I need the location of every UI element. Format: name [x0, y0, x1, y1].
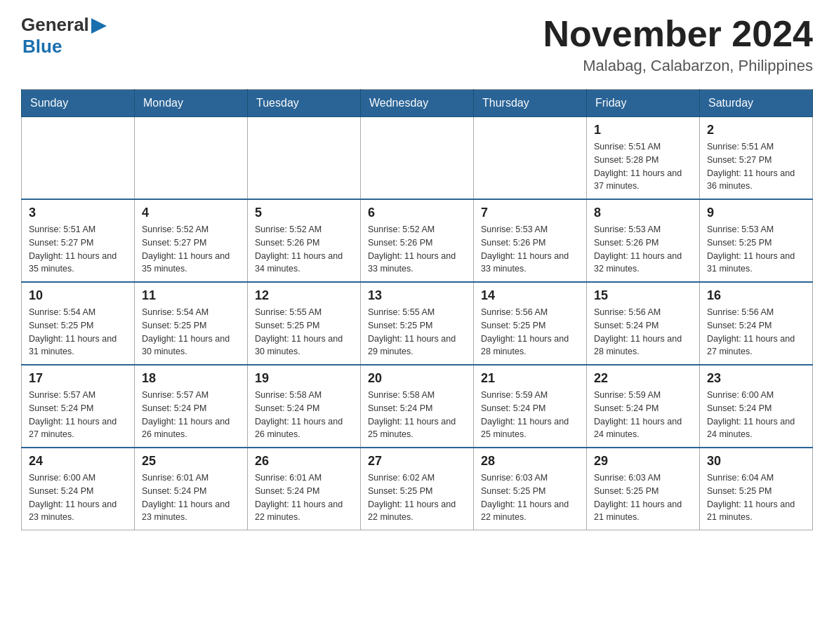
- calendar-header-wednesday: Wednesday: [361, 90, 474, 117]
- calendar-cell: 2Sunrise: 5:51 AMSunset: 5:27 PMDaylight…: [700, 117, 813, 200]
- day-number: 14: [481, 288, 579, 303]
- calendar-header-sunday: Sunday: [22, 90, 135, 117]
- day-number: 26: [255, 454, 353, 469]
- calendar-cell: 15Sunrise: 5:56 AMSunset: 5:24 PMDayligh…: [587, 282, 700, 365]
- location-title: Malabag, Calabarzon, Philippines: [543, 57, 813, 75]
- calendar-cell: 5Sunrise: 5:52 AMSunset: 5:26 PMDaylight…: [248, 199, 361, 282]
- day-info: Sunrise: 5:52 AMSunset: 5:27 PMDaylight:…: [142, 223, 240, 276]
- calendar-cell: 9Sunrise: 5:53 AMSunset: 5:25 PMDaylight…: [700, 199, 813, 282]
- calendar-cell: 21Sunrise: 5:59 AMSunset: 5:24 PMDayligh…: [474, 365, 587, 448]
- day-info: Sunrise: 6:01 AMSunset: 5:24 PMDaylight:…: [142, 471, 240, 524]
- day-number: 4: [142, 206, 240, 220]
- day-info: Sunrise: 5:56 AMSunset: 5:25 PMDaylight:…: [481, 306, 579, 358]
- day-info: Sunrise: 5:58 AMSunset: 5:24 PMDaylight:…: [255, 389, 353, 441]
- day-info: Sunrise: 6:02 AMSunset: 5:25 PMDaylight:…: [368, 471, 466, 524]
- day-number: 9: [707, 206, 805, 220]
- calendar-cell: [248, 117, 361, 200]
- day-info: Sunrise: 6:00 AMSunset: 5:24 PMDaylight:…: [29, 471, 127, 524]
- logo: General Blue: [21, 14, 107, 58]
- calendar-cell: 10Sunrise: 5:54 AMSunset: 5:25 PMDayligh…: [22, 282, 135, 365]
- calendar-cell: [135, 117, 248, 200]
- day-number: 6: [368, 206, 466, 220]
- page-header: General Blue November 2024 Malabag, Cala…: [21, 14, 813, 75]
- day-number: 12: [255, 288, 353, 303]
- day-info: Sunrise: 5:51 AMSunset: 5:27 PMDaylight:…: [29, 223, 127, 276]
- calendar-cell: 29Sunrise: 6:03 AMSunset: 5:25 PMDayligh…: [587, 448, 700, 530]
- calendar-cell: [361, 117, 474, 200]
- day-info: Sunrise: 6:01 AMSunset: 5:24 PMDaylight:…: [255, 471, 353, 524]
- calendar-cell: 25Sunrise: 6:01 AMSunset: 5:24 PMDayligh…: [135, 448, 248, 530]
- day-info: Sunrise: 5:52 AMSunset: 5:26 PMDaylight:…: [368, 223, 466, 276]
- calendar-cell: 17Sunrise: 5:57 AMSunset: 5:24 PMDayligh…: [22, 365, 135, 448]
- calendar-cell: 30Sunrise: 6:04 AMSunset: 5:25 PMDayligh…: [700, 448, 813, 530]
- calendar-week-row: 17Sunrise: 5:57 AMSunset: 5:24 PMDayligh…: [22, 365, 813, 448]
- day-number: 3: [29, 206, 127, 220]
- day-number: 2: [707, 123, 805, 137]
- calendar-cell: 1Sunrise: 5:51 AMSunset: 5:28 PMDaylight…: [587, 117, 700, 200]
- day-number: 25: [142, 454, 240, 469]
- day-info: Sunrise: 5:57 AMSunset: 5:24 PMDaylight:…: [29, 389, 127, 441]
- day-number: 1: [594, 123, 692, 137]
- calendar-cell: 18Sunrise: 5:57 AMSunset: 5:24 PMDayligh…: [135, 365, 248, 448]
- month-title: November 2024: [543, 14, 813, 54]
- calendar-cell: 14Sunrise: 5:56 AMSunset: 5:25 PMDayligh…: [474, 282, 587, 365]
- day-info: Sunrise: 6:00 AMSunset: 5:24 PMDaylight:…: [707, 389, 805, 441]
- calendar-header-thursday: Thursday: [474, 90, 587, 117]
- calendar-cell: 26Sunrise: 6:01 AMSunset: 5:24 PMDayligh…: [248, 448, 361, 530]
- day-info: Sunrise: 5:56 AMSunset: 5:24 PMDaylight:…: [594, 306, 692, 358]
- calendar-week-row: 24Sunrise: 6:00 AMSunset: 5:24 PMDayligh…: [22, 448, 813, 530]
- calendar-header-row: SundayMondayTuesdayWednesdayThursdayFrid…: [22, 90, 813, 117]
- day-info: Sunrise: 5:54 AMSunset: 5:25 PMDaylight:…: [29, 306, 127, 358]
- day-number: 19: [255, 371, 353, 386]
- day-info: Sunrise: 5:52 AMSunset: 5:26 PMDaylight:…: [255, 223, 353, 276]
- day-number: 10: [29, 288, 127, 303]
- calendar-cell: 19Sunrise: 5:58 AMSunset: 5:24 PMDayligh…: [248, 365, 361, 448]
- calendar-header-monday: Monday: [135, 90, 248, 117]
- calendar-cell: 3Sunrise: 5:51 AMSunset: 5:27 PMDaylight…: [22, 199, 135, 282]
- calendar-cell: [474, 117, 587, 200]
- calendar-cell: 12Sunrise: 5:55 AMSunset: 5:25 PMDayligh…: [248, 282, 361, 365]
- day-number: 8: [594, 206, 692, 220]
- day-info: Sunrise: 5:53 AMSunset: 5:26 PMDaylight:…: [594, 223, 692, 276]
- day-number: 18: [142, 371, 240, 386]
- day-number: 13: [368, 288, 466, 303]
- calendar-week-row: 10Sunrise: 5:54 AMSunset: 5:25 PMDayligh…: [22, 282, 813, 365]
- calendar-cell: 23Sunrise: 6:00 AMSunset: 5:24 PMDayligh…: [700, 365, 813, 448]
- day-number: 17: [29, 371, 127, 386]
- calendar-cell: [22, 117, 135, 200]
- day-info: Sunrise: 5:53 AMSunset: 5:25 PMDaylight:…: [707, 223, 805, 276]
- day-number: 16: [707, 288, 805, 303]
- day-number: 11: [142, 288, 240, 303]
- day-number: 24: [29, 454, 127, 469]
- day-info: Sunrise: 6:04 AMSunset: 5:25 PMDaylight:…: [707, 471, 805, 524]
- calendar-cell: 27Sunrise: 6:02 AMSunset: 5:25 PMDayligh…: [361, 448, 474, 530]
- calendar-header-friday: Friday: [587, 90, 700, 117]
- day-info: Sunrise: 5:56 AMSunset: 5:24 PMDaylight:…: [707, 306, 805, 358]
- day-number: 5: [255, 206, 353, 220]
- calendar-cell: 24Sunrise: 6:00 AMSunset: 5:24 PMDayligh…: [22, 448, 135, 530]
- calendar-cell: 4Sunrise: 5:52 AMSunset: 5:27 PMDaylight…: [135, 199, 248, 282]
- calendar-cell: 8Sunrise: 5:53 AMSunset: 5:26 PMDaylight…: [587, 199, 700, 282]
- logo-general-text: General: [21, 14, 89, 36]
- calendar-cell: 13Sunrise: 5:55 AMSunset: 5:25 PMDayligh…: [361, 282, 474, 365]
- calendar-table: SundayMondayTuesdayWednesdayThursdayFrid…: [21, 89, 813, 530]
- day-number: 30: [707, 454, 805, 469]
- calendar-cell: 11Sunrise: 5:54 AMSunset: 5:25 PMDayligh…: [135, 282, 248, 365]
- day-number: 28: [481, 454, 579, 469]
- day-info: Sunrise: 5:51 AMSunset: 5:28 PMDaylight:…: [594, 140, 692, 193]
- day-number: 7: [481, 206, 579, 220]
- calendar-header-saturday: Saturday: [700, 90, 813, 117]
- calendar-week-row: 1Sunrise: 5:51 AMSunset: 5:28 PMDaylight…: [22, 117, 813, 200]
- day-info: Sunrise: 6:03 AMSunset: 5:25 PMDaylight:…: [594, 471, 692, 524]
- logo-blue-text: Blue: [21, 36, 107, 58]
- calendar-cell: 20Sunrise: 5:58 AMSunset: 5:24 PMDayligh…: [361, 365, 474, 448]
- svg-marker-0: [91, 18, 107, 34]
- day-info: Sunrise: 5:51 AMSunset: 5:27 PMDaylight:…: [707, 140, 805, 193]
- day-info: Sunrise: 5:53 AMSunset: 5:26 PMDaylight:…: [481, 223, 579, 276]
- day-info: Sunrise: 6:03 AMSunset: 5:25 PMDaylight:…: [481, 471, 579, 524]
- calendar-week-row: 3Sunrise: 5:51 AMSunset: 5:27 PMDaylight…: [22, 199, 813, 282]
- title-section: November 2024 Malabag, Calabarzon, Phili…: [543, 14, 813, 75]
- calendar-cell: 28Sunrise: 6:03 AMSunset: 5:25 PMDayligh…: [474, 448, 587, 530]
- day-number: 29: [594, 454, 692, 469]
- day-number: 20: [368, 371, 466, 386]
